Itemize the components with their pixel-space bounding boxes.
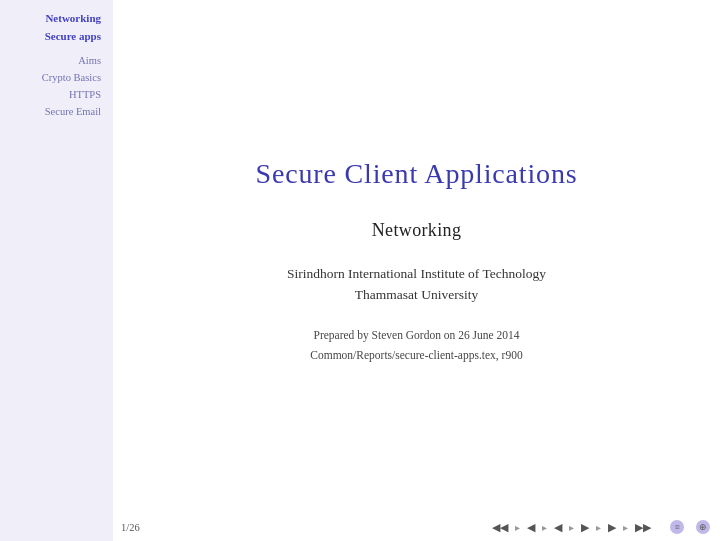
slide-footer: 1/26 ◀◀ ▸ ◀ ▸ ◀ ▸ ▶ ▸ ▶ ▸ ▶▶ ≡ ⊕ (113, 513, 720, 541)
nav-next-section-button[interactable]: ▶ (578, 520, 592, 535)
nav-sep-6 (663, 518, 667, 536)
sidebar-item-crypto-basics[interactable]: Crypto Basics (8, 69, 105, 86)
nav-toc-button[interactable]: ≡ (670, 520, 684, 534)
main-content: Secure Client Applications Networking Si… (113, 0, 720, 541)
sidebar: Networking Secure apps Aims Crypto Basic… (0, 0, 113, 541)
page-number: 1/26 (121, 522, 140, 533)
sidebar-item-secure-email[interactable]: Secure Email (8, 103, 105, 120)
slide-title: Secure Client Applications (255, 158, 577, 190)
sidebar-item-aims[interactable]: Aims (8, 52, 105, 69)
nav-sep-4: ▸ (596, 522, 601, 533)
navigation-controls: ◀◀ ▸ ◀ ▸ ◀ ▸ ▶ ▸ ▶ ▸ ▶▶ ≡ ⊕ (489, 518, 710, 536)
nav-prev-button[interactable]: ◀ (524, 520, 538, 535)
slide-institute: Sirindhorn International Institute of Te… (287, 263, 546, 306)
nav-sep-5: ▸ (623, 522, 628, 533)
sidebar-item-https[interactable]: HTTPS (8, 86, 105, 103)
nav-next-button[interactable]: ▶ (605, 520, 619, 535)
nav-prev-section-button[interactable]: ◀ (551, 520, 565, 535)
slide-body: Secure Client Applications Networking Si… (113, 0, 720, 513)
nav-first-button[interactable]: ◀◀ (489, 520, 511, 535)
nav-last-button[interactable]: ▶▶ (632, 520, 654, 535)
nav-sep-1: ▸ (515, 522, 520, 533)
sidebar-active-item[interactable]: Secure apps (8, 28, 105, 44)
nav-zoom-button[interactable]: ⊕ (696, 520, 710, 534)
slide-subtitle: Networking (372, 220, 462, 241)
slide-prepared: Prepared by Steven Gordon on 26 June 201… (310, 326, 522, 365)
nav-sep-2: ▸ (542, 522, 547, 533)
sidebar-section-title: Networking (8, 10, 105, 26)
nav-sep-3: ▸ (569, 522, 574, 533)
